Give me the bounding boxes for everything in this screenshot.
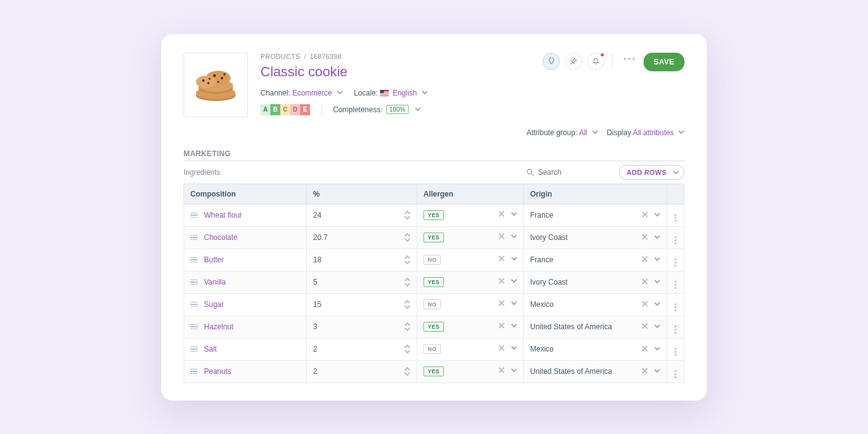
product-thumbnail[interactable] [184, 53, 248, 117]
chevron-down-icon[interactable] [654, 211, 660, 219]
number-stepper[interactable] [404, 255, 410, 265]
percent-value[interactable]: 2 [313, 367, 317, 376]
clear-icon[interactable] [498, 255, 505, 264]
composition-name[interactable]: Sugar [204, 300, 224, 309]
clear-icon[interactable] [642, 300, 648, 309]
number-stepper[interactable] [404, 232, 410, 242]
composition-name[interactable]: Peanuts [204, 367, 231, 376]
allergen-badge: NO [423, 299, 441, 309]
row-more-button[interactable] [675, 370, 676, 378]
chevron-down-icon[interactable] [654, 278, 660, 286]
drag-handle-icon[interactable] [190, 280, 198, 285]
chevron-down-icon[interactable] [511, 299, 517, 308]
breadcrumb-root[interactable]: PRODUCTS [260, 53, 300, 60]
origin-value[interactable]: Ivory Coast [530, 233, 568, 242]
clear-icon[interactable] [498, 299, 505, 308]
more-actions-button[interactable] [620, 53, 639, 65]
number-stepper[interactable] [404, 344, 410, 354]
quality-grades[interactable]: A B C D E [260, 104, 310, 115]
origin-value[interactable]: France [530, 255, 553, 264]
clear-icon[interactable] [642, 211, 648, 219]
percent-value[interactable]: 3 [313, 322, 317, 331]
drag-handle-icon[interactable] [190, 257, 198, 263]
percent-value[interactable]: 18 [313, 255, 321, 264]
chevron-down-icon[interactable] [654, 300, 660, 309]
chevron-down-icon[interactable] [654, 233, 660, 242]
clear-icon[interactable] [498, 344, 505, 353]
attribute-group-selector[interactable]: Attribute group: All [526, 128, 598, 137]
svg-line-14 [531, 174, 534, 176]
chevron-down-icon[interactable] [511, 344, 517, 353]
clear-icon[interactable] [642, 367, 648, 376]
row-more-button[interactable] [675, 259, 676, 267]
number-stepper[interactable] [404, 322, 410, 332]
chevron-down-icon[interactable] [511, 255, 517, 264]
drag-handle-icon[interactable] [190, 213, 198, 218]
drag-handle-icon[interactable] [190, 302, 198, 308]
number-stepper[interactable] [404, 299, 410, 309]
chevron-down-icon[interactable] [654, 322, 660, 331]
percent-value[interactable]: 5 [313, 278, 317, 286]
origin-value[interactable]: Mexico [530, 345, 554, 353]
composition-name[interactable]: Wheat flour [204, 211, 242, 219]
percent-value[interactable]: 15 [313, 300, 321, 309]
chevron-down-icon[interactable] [511, 366, 517, 375]
save-button[interactable]: SAVE [644, 53, 684, 71]
clear-icon[interactable] [498, 210, 505, 219]
row-more-button[interactable] [675, 236, 676, 244]
add-rows-button[interactable]: ADD ROWS [619, 165, 684, 180]
clear-icon[interactable] [642, 233, 648, 242]
origin-value[interactable]: France [530, 211, 553, 219]
clear-icon[interactable] [498, 232, 505, 241]
drag-handle-icon[interactable] [190, 235, 198, 241]
origin-value[interactable]: Ivory Coast [530, 278, 568, 286]
row-more-button[interactable] [675, 348, 676, 356]
clear-icon[interactable] [642, 255, 648, 264]
row-more-button[interactable] [675, 214, 676, 222]
percent-value[interactable]: 20.7 [313, 233, 327, 242]
clear-icon[interactable] [498, 366, 505, 375]
percent-value[interactable]: 24 [313, 211, 321, 219]
composition-name[interactable]: Hazelnut [204, 322, 233, 331]
drag-handle-icon[interactable] [190, 369, 198, 374]
composition-name[interactable]: Salt [204, 345, 217, 353]
pin-button[interactable] [565, 53, 582, 70]
chevron-down-icon[interactable] [511, 232, 517, 241]
percent-value[interactable]: 2 [313, 345, 317, 353]
row-more-button[interactable] [675, 303, 676, 311]
number-stepper[interactable] [404, 210, 410, 220]
clear-icon[interactable] [642, 278, 648, 286]
search-input[interactable] [538, 168, 600, 177]
origin-value[interactable]: United States of America [530, 322, 612, 331]
clear-icon[interactable] [642, 322, 648, 331]
clear-icon[interactable] [498, 322, 505, 330]
chevron-down-icon[interactable] [511, 277, 517, 286]
chevron-down-icon [592, 128, 598, 137]
chevron-down-icon[interactable] [511, 210, 517, 219]
locale-selector[interactable]: Locale: English [354, 89, 428, 97]
chevron-down-icon[interactable] [654, 367, 660, 376]
clear-icon[interactable] [498, 277, 505, 286]
drag-handle-icon[interactable] [190, 347, 198, 352]
completeness-selector[interactable]: Completeness: 100% [333, 105, 421, 114]
chevron-down-icon[interactable] [654, 255, 660, 264]
composition-name[interactable]: Butter [204, 255, 224, 264]
clear-icon[interactable] [642, 345, 648, 353]
chevron-down-icon[interactable] [511, 322, 517, 330]
composition-name[interactable]: Vanilla [204, 278, 226, 286]
chevron-down-icon[interactable] [654, 345, 660, 353]
origin-value[interactable]: Mexico [530, 300, 554, 309]
notifications-button[interactable] [587, 53, 604, 70]
composition-name[interactable]: Chocolate [204, 233, 237, 242]
number-stepper[interactable] [404, 277, 410, 287]
allergen-badge: YES [423, 232, 444, 242]
drag-handle-icon[interactable] [190, 324, 198, 330]
row-more-button[interactable] [675, 281, 676, 289]
divider [321, 104, 322, 116]
display-selector[interactable]: Display All attributes [607, 128, 684, 137]
ai-assist-button[interactable] [542, 53, 560, 70]
origin-value[interactable]: United States of America [530, 367, 612, 376]
channel-selector[interactable]: Channel: Ecommerce [260, 89, 343, 97]
row-more-button[interactable] [675, 326, 676, 334]
number-stepper[interactable] [404, 366, 410, 376]
